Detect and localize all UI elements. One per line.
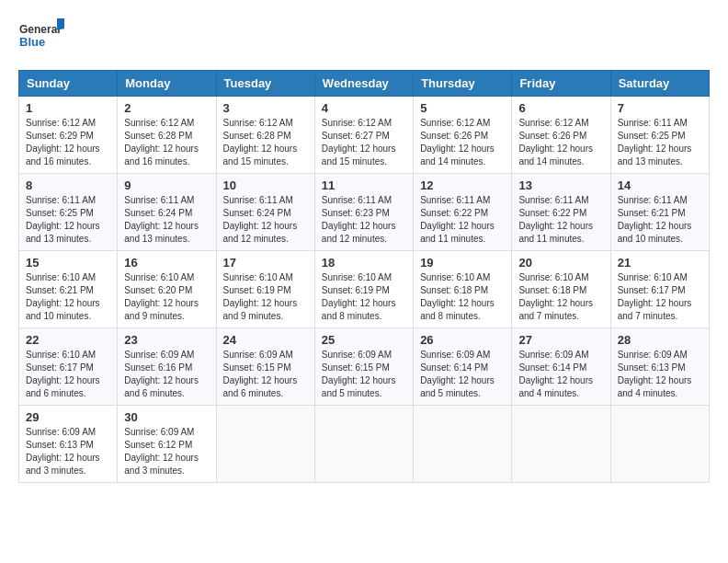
svg-text:Blue: Blue (19, 35, 45, 49)
calendar-cell: 7Sunrise: 6:11 AMSunset: 6:25 PMDaylight… (610, 97, 709, 174)
calendar-cell: 8Sunrise: 6:11 AMSunset: 6:25 PMDaylight… (19, 174, 118, 251)
day-info: Sunrise: 6:10 AMSunset: 6:19 PMDaylight:… (322, 271, 406, 323)
day-number: 15 (26, 256, 110, 270)
day-info: Sunrise: 6:09 AMSunset: 6:12 PMDaylight:… (124, 426, 209, 477)
calendar-cell: 3Sunrise: 6:12 AMSunset: 6:28 PMDaylight… (216, 97, 314, 174)
calendar-cell (610, 406, 709, 483)
day-number: 16 (124, 256, 209, 270)
logo: General Blue (18, 18, 64, 55)
day-info: Sunrise: 6:12 AMSunset: 6:26 PMDaylight:… (518, 117, 603, 168)
day-number: 28 (618, 333, 702, 347)
calendar-cell: 26Sunrise: 6:09 AMSunset: 6:14 PMDayligh… (414, 328, 512, 406)
day-info: Sunrise: 6:10 AMSunset: 6:20 PMDaylight:… (124, 271, 209, 323)
calendar-cell: 16Sunrise: 6:10 AMSunset: 6:20 PMDayligh… (118, 251, 216, 328)
day-number: 10 (223, 178, 308, 192)
day-number: 1 (26, 101, 110, 115)
calendar-cell: 20Sunrise: 6:10 AMSunset: 6:18 PMDayligh… (512, 251, 610, 328)
calendar-cell: 18Sunrise: 6:10 AMSunset: 6:19 PMDayligh… (314, 251, 413, 328)
day-number: 12 (420, 178, 505, 192)
calendar-cell: 10Sunrise: 6:11 AMSunset: 6:24 PMDayligh… (216, 174, 314, 251)
day-info: Sunrise: 6:09 AMSunset: 6:15 PMDaylight:… (223, 349, 308, 400)
day-info: Sunrise: 6:11 AMSunset: 6:24 PMDaylight:… (223, 194, 308, 246)
day-number: 27 (518, 333, 603, 347)
calendar-cell: 5Sunrise: 6:12 AMSunset: 6:26 PMDaylight… (414, 97, 512, 174)
calendar-cell (216, 406, 314, 483)
calendar-cell (314, 406, 413, 483)
calendar-week-row: 8Sunrise: 6:11 AMSunset: 6:25 PMDaylight… (19, 174, 710, 251)
day-info: Sunrise: 6:12 AMSunset: 6:26 PMDaylight:… (420, 117, 505, 168)
day-info: Sunrise: 6:09 AMSunset: 6:15 PMDaylight:… (322, 349, 406, 400)
day-number: 21 (618, 256, 702, 270)
day-number: 17 (223, 256, 308, 270)
calendar-cell (414, 406, 512, 483)
day-number: 20 (518, 256, 603, 270)
calendar-cell: 30Sunrise: 6:09 AMSunset: 6:12 PMDayligh… (118, 406, 216, 483)
calendar-week-row: 29Sunrise: 6:09 AMSunset: 6:13 PMDayligh… (19, 406, 710, 483)
calendar-cell: 13Sunrise: 6:11 AMSunset: 6:22 PMDayligh… (512, 174, 610, 251)
calendar-cell: 12Sunrise: 6:11 AMSunset: 6:22 PMDayligh… (414, 174, 512, 251)
day-info: Sunrise: 6:10 AMSunset: 6:18 PMDaylight:… (518, 271, 603, 323)
day-info: Sunrise: 6:10 AMSunset: 6:19 PMDaylight:… (223, 271, 308, 323)
calendar-header-friday: Friday (512, 71, 610, 97)
day-number: 24 (223, 333, 308, 347)
svg-marker-2 (57, 18, 64, 30)
day-info: Sunrise: 6:10 AMSunset: 6:17 PMDaylight:… (26, 349, 110, 400)
calendar-cell: 29Sunrise: 6:09 AMSunset: 6:13 PMDayligh… (19, 406, 118, 483)
day-number: 23 (124, 333, 209, 347)
day-number: 18 (322, 256, 406, 270)
day-info: Sunrise: 6:09 AMSunset: 6:13 PMDaylight:… (26, 426, 110, 477)
day-info: Sunrise: 6:11 AMSunset: 6:25 PMDaylight:… (618, 117, 702, 168)
day-info: Sunrise: 6:10 AMSunset: 6:21 PMDaylight:… (26, 271, 110, 323)
calendar-header-tuesday: Tuesday (216, 71, 314, 97)
day-info: Sunrise: 6:11 AMSunset: 6:24 PMDaylight:… (124, 194, 209, 246)
day-info: Sunrise: 6:10 AMSunset: 6:17 PMDaylight:… (618, 271, 702, 323)
day-info: Sunrise: 6:11 AMSunset: 6:23 PMDaylight:… (322, 194, 406, 246)
day-number: 11 (322, 178, 406, 192)
calendar-cell: 28Sunrise: 6:09 AMSunset: 6:13 PMDayligh… (610, 328, 709, 406)
day-number: 2 (124, 101, 209, 115)
calendar-cell (512, 406, 610, 483)
logo-svg: General Blue (18, 18, 64, 55)
calendar-header-wednesday: Wednesday (314, 71, 413, 97)
calendar-cell: 25Sunrise: 6:09 AMSunset: 6:15 PMDayligh… (314, 328, 413, 406)
day-info: Sunrise: 6:12 AMSunset: 6:28 PMDaylight:… (223, 117, 308, 168)
day-info: Sunrise: 6:09 AMSunset: 6:14 PMDaylight:… (518, 349, 603, 400)
day-number: 7 (618, 101, 702, 115)
calendar-cell: 21Sunrise: 6:10 AMSunset: 6:17 PMDayligh… (610, 251, 709, 328)
day-number: 5 (420, 101, 505, 115)
calendar-cell: 17Sunrise: 6:10 AMSunset: 6:19 PMDayligh… (216, 251, 314, 328)
day-info: Sunrise: 6:09 AMSunset: 6:16 PMDaylight:… (124, 349, 209, 400)
calendar-table: SundayMondayTuesdayWednesdayThursdayFrid… (18, 70, 710, 483)
calendar-cell: 24Sunrise: 6:09 AMSunset: 6:15 PMDayligh… (216, 328, 314, 406)
day-info: Sunrise: 6:11 AMSunset: 6:21 PMDaylight:… (618, 194, 702, 246)
calendar-header-thursday: Thursday (414, 71, 512, 97)
calendar-cell: 22Sunrise: 6:10 AMSunset: 6:17 PMDayligh… (19, 328, 118, 406)
calendar-week-row: 15Sunrise: 6:10 AMSunset: 6:21 PMDayligh… (19, 251, 710, 328)
day-info: Sunrise: 6:09 AMSunset: 6:14 PMDaylight:… (420, 349, 505, 400)
calendar-cell: 6Sunrise: 6:12 AMSunset: 6:26 PMDaylight… (512, 97, 610, 174)
calendar-week-row: 1Sunrise: 6:12 AMSunset: 6:29 PMDaylight… (19, 97, 710, 174)
day-info: Sunrise: 6:11 AMSunset: 6:22 PMDaylight:… (518, 194, 603, 246)
calendar-cell: 1Sunrise: 6:12 AMSunset: 6:29 PMDaylight… (19, 97, 118, 174)
svg-text:General: General (19, 23, 61, 36)
calendar-header-monday: Monday (118, 71, 216, 97)
day-number: 30 (124, 410, 209, 424)
day-number: 14 (618, 178, 702, 192)
day-info: Sunrise: 6:09 AMSunset: 6:13 PMDaylight:… (618, 349, 702, 400)
calendar-cell: 9Sunrise: 6:11 AMSunset: 6:24 PMDaylight… (118, 174, 216, 251)
calendar-cell: 23Sunrise: 6:09 AMSunset: 6:16 PMDayligh… (118, 328, 216, 406)
calendar-cell: 15Sunrise: 6:10 AMSunset: 6:21 PMDayligh… (19, 251, 118, 328)
calendar-cell: 11Sunrise: 6:11 AMSunset: 6:23 PMDayligh… (314, 174, 413, 251)
day-number: 9 (124, 178, 209, 192)
day-number: 22 (26, 333, 110, 347)
day-number: 29 (26, 410, 110, 424)
calendar-header-saturday: Saturday (610, 71, 709, 97)
calendar-header-sunday: Sunday (19, 71, 118, 97)
day-number: 13 (518, 178, 603, 192)
calendar-cell: 19Sunrise: 6:10 AMSunset: 6:18 PMDayligh… (414, 251, 512, 328)
day-number: 19 (420, 256, 505, 270)
calendar-cell: 27Sunrise: 6:09 AMSunset: 6:14 PMDayligh… (512, 328, 610, 406)
day-info: Sunrise: 6:12 AMSunset: 6:27 PMDaylight:… (322, 117, 406, 168)
day-number: 3 (223, 101, 308, 115)
calendar-cell: 4Sunrise: 6:12 AMSunset: 6:27 PMDaylight… (314, 97, 413, 174)
